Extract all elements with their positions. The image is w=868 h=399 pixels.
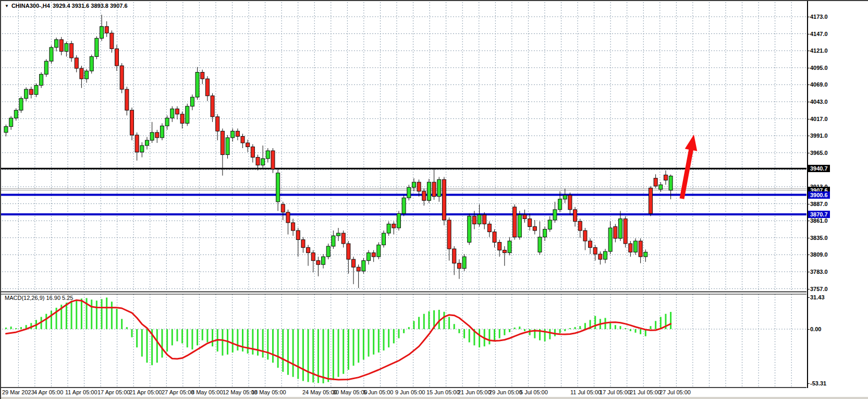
date-label: 27 Jul 05:00	[659, 389, 691, 395]
macd-histogram-bar	[181, 329, 183, 343]
macd-histogram-bar	[408, 327, 410, 329]
macd-histogram-bar	[76, 299, 77, 329]
candle-body	[90, 56, 93, 71]
candle-body	[195, 72, 199, 98]
candle-body	[558, 199, 562, 210]
macd-histogram-bar	[20, 327, 22, 329]
candle-body	[186, 106, 189, 124]
candle-body	[563, 195, 567, 199]
macd-histogram-bar	[564, 329, 566, 331]
candle-body	[95, 38, 99, 56]
candle-body	[135, 135, 139, 152]
date-label: 27 Apr 05:00	[162, 389, 194, 395]
candle-body	[4, 127, 8, 132]
macd-histogram-bar	[373, 329, 374, 355]
macd-histogram-bar	[333, 329, 334, 380]
candle-body	[503, 250, 506, 253]
candle-body	[276, 173, 280, 202]
candle-body	[472, 216, 476, 224]
chart-canvas[interactable]	[1, 1, 807, 398]
date-label: 29 Jun 05:00	[489, 389, 522, 395]
macd-histogram-bar	[428, 311, 430, 329]
macd-indicator-label: MACD(12,26,9) 16.90 5.25	[5, 295, 73, 301]
candle-body	[44, 61, 48, 74]
candle-body	[337, 233, 340, 236]
candle-body	[266, 151, 270, 159]
candle-body	[241, 136, 244, 143]
candle-body	[100, 27, 104, 39]
candle-body	[322, 257, 325, 264]
candle-body	[59, 40, 63, 52]
candle-body	[347, 244, 350, 259]
candle-body	[307, 248, 310, 253]
chart-window: ▼ CHINA300-,H4 3929.4 3931.6 3893.8 3907…	[0, 0, 868, 399]
macd-histogram-bar	[554, 329, 556, 336]
candle-body	[397, 213, 400, 228]
candle-body	[493, 232, 496, 243]
candle-body	[669, 176, 673, 190]
symbol-dropdown-icon[interactable]: ▼	[5, 4, 9, 8]
candle-body	[518, 215, 521, 237]
macd-histogram-bar	[615, 325, 616, 329]
candle-body	[604, 251, 607, 259]
macd-histogram-bar	[413, 321, 414, 329]
date-label: 4 Apr 05:00	[34, 389, 63, 395]
macd-histogram-bar	[574, 327, 576, 329]
candle-body	[483, 215, 486, 224]
up-arrow-annotation[interactable]	[680, 135, 698, 199]
date-label: 11 Apr 05:00	[65, 389, 97, 395]
candle-body	[447, 220, 451, 249]
macd-histogram-bar	[131, 329, 133, 337]
candle-body	[608, 228, 612, 251]
candle-body	[160, 126, 164, 138]
macd-histogram-bar	[161, 329, 163, 358]
candle-body	[180, 114, 184, 124]
candle-body	[85, 71, 89, 79]
candle-body	[407, 187, 411, 198]
candle-body	[352, 259, 356, 267]
candle-body	[70, 43, 74, 58]
candle-body	[624, 219, 627, 244]
candle-body	[468, 216, 471, 242]
macd-histogram-bar	[509, 329, 510, 332]
candle-body	[634, 241, 638, 252]
macd-histogram-bar	[438, 310, 440, 329]
candle-body	[593, 248, 597, 255]
candle-body	[120, 66, 124, 89]
macd-histogram-bar	[378, 329, 380, 353]
candle-body	[422, 191, 426, 201]
candle-body	[362, 261, 365, 271]
candle-body	[291, 223, 295, 231]
date-label: 5 Jun 05:00	[363, 389, 394, 395]
candle-body	[377, 245, 381, 257]
macd-histogram-bar	[212, 329, 213, 346]
macd-histogram-bar	[277, 329, 279, 368]
candle-body	[145, 140, 149, 146]
macd-histogram-bar	[302, 329, 304, 381]
macd-histogram-bar	[418, 317, 420, 329]
price-tick-label: 4069.0	[810, 81, 828, 88]
candle-body	[326, 246, 330, 257]
price-tick-label: 3861.0	[810, 217, 828, 224]
candle-body	[296, 231, 300, 240]
candle-body	[412, 182, 415, 187]
macd-histogram-bar	[327, 329, 329, 382]
candle-body	[513, 207, 517, 237]
candle-body	[9, 118, 13, 126]
macd-histogram-bar	[463, 329, 465, 338]
candle-body	[190, 97, 194, 106]
macd-axis-label: 0.00	[810, 326, 821, 332]
macd-histogram-bar	[81, 299, 82, 330]
candle-body	[478, 215, 481, 224]
price-tick-label: 3887.0	[810, 201, 828, 207]
macd-histogram-bar	[232, 329, 234, 353]
candle-body	[523, 215, 527, 219]
macd-histogram-bar	[458, 329, 460, 333]
symbol-period-label: CHINA300-,H4	[11, 3, 50, 9]
macd-histogram-bar	[101, 299, 103, 329]
macd-histogram-bar	[338, 329, 339, 377]
macd-histogram-bar	[187, 329, 188, 347]
macd-histogram-bar	[594, 316, 596, 329]
candle-body	[589, 241, 592, 248]
candle-body	[311, 253, 315, 261]
